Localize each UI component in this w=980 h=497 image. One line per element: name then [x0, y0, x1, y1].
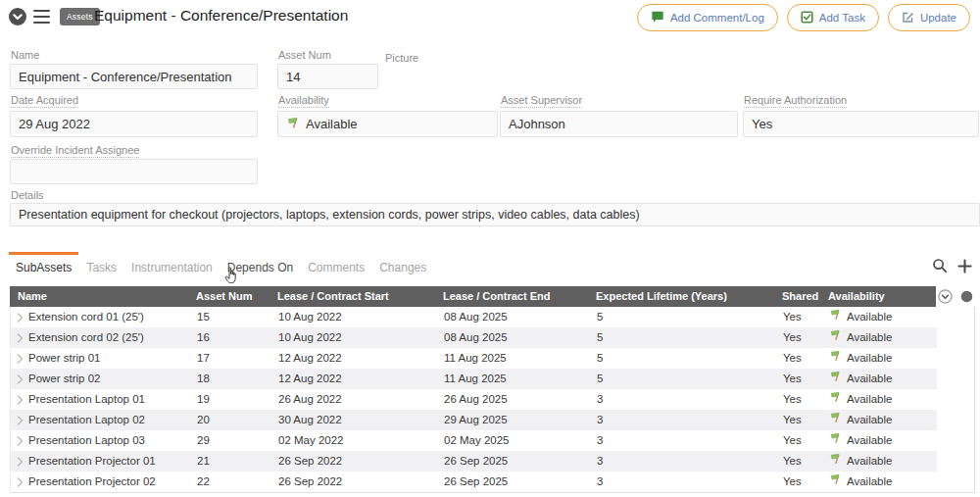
row-expand-icon[interactable] [11, 327, 28, 348]
flag-icon [829, 472, 841, 492]
asset-supervisor-label: Asset Supervisor [501, 94, 582, 108]
cell-asset-num: 22 [197, 472, 278, 492]
flag-icon [829, 389, 841, 410]
dot-icon[interactable] [960, 290, 973, 303]
cell-lifetime: 3 [597, 430, 783, 451]
tab-depends-on[interactable]: Depends On [225, 261, 295, 274]
row-expand-icon[interactable] [11, 348, 28, 369]
row-expand-icon[interactable] [11, 369, 28, 389]
details-label: Details [11, 189, 44, 201]
asset-num-field[interactable]: 14 [277, 64, 378, 89]
column-header-availability[interactable]: Availability [828, 286, 936, 307]
cell-name: Presentation Laptop 03 [28, 430, 197, 451]
cell-availability: Available [829, 369, 937, 389]
table-row[interactable]: Power strip 02 18 12 Aug 2022 11 Aug 202… [11, 369, 937, 389]
table-row[interactable]: Extension cord 02 (25') 16 10 Aug 2022 0… [11, 327, 937, 348]
flag-icon [829, 410, 841, 430]
cell-asset-num: 17 [197, 348, 278, 369]
asset-supervisor-field[interactable]: AJohnson [500, 111, 738, 137]
details-field[interactable]: Presentation equipment for checkout (pro… [10, 203, 980, 226]
cell-name: Presentation Laptop 01 [28, 389, 197, 410]
require-authorization-label: Require Authorization [744, 94, 847, 108]
cell-availability: Available [829, 410, 937, 430]
tab-changes[interactable]: Changes [377, 261, 428, 274]
table-bottom-border [10, 492, 975, 493]
menu-icon[interactable] [33, 10, 50, 24]
availability-text: Available [847, 327, 892, 348]
column-header-name[interactable]: Name [10, 286, 196, 307]
availability-text: Available [847, 451, 892, 472]
row-expand-icon[interactable] [11, 451, 28, 472]
button-label: Update [920, 12, 956, 24]
table-row[interactable]: Extension cord 01 (25') 15 10 Aug 2022 0… [11, 307, 937, 327]
name-value: Equipment - Conference/Presentation [19, 70, 232, 84]
tab-label: Instrumentation [131, 261, 213, 274]
tab-label: Changes [379, 261, 426, 274]
table-row[interactable]: Power strip 01 17 12 Aug 2022 11 Aug 202… [11, 348, 937, 369]
cell-asset-num: 20 [197, 410, 278, 430]
tab-label: SubAssets [16, 261, 72, 274]
update-button[interactable]: Update [888, 4, 970, 31]
row-expand-icon[interactable] [11, 472, 28, 492]
cell-name: Presentation Laptop 02 [28, 410, 197, 430]
table-row[interactable]: Presentation Laptop 01 19 26 Aug 2022 26… [11, 389, 937, 410]
add-task-button[interactable]: Add Task [787, 4, 879, 31]
collapse-rows-icon[interactable] [938, 289, 953, 304]
availability-label: Availability [278, 94, 329, 108]
flag-icon [286, 117, 299, 132]
cell-lease-start: 10 Aug 2022 [278, 327, 444, 348]
cell-lifetime: 5 [597, 348, 783, 369]
cell-shared: Yes [783, 430, 829, 451]
column-header-lifetime[interactable]: Expected Lifetime (Years) [596, 286, 782, 307]
cell-name: Power strip 01 [28, 348, 197, 369]
cell-lifetime: 3 [597, 451, 783, 472]
availability-text: Available [847, 348, 892, 369]
availability-field[interactable]: Available [277, 111, 498, 137]
edit-icon [902, 11, 914, 25]
column-header-asset-num[interactable]: Asset Num [196, 286, 277, 307]
cell-lease-start: 02 May 2022 [278, 430, 444, 451]
table-body: Extension cord 01 (25') 15 10 Aug 2022 0… [10, 307, 937, 492]
cell-availability: Available [829, 430, 937, 451]
add-icon[interactable] [957, 259, 972, 273]
name-field[interactable]: Equipment - Conference/Presentation [10, 64, 258, 89]
grid-tools [938, 289, 973, 304]
date-acquired-value: 29 Aug 2022 [19, 117, 90, 131]
tab-instrumentation[interactable]: Instrumentation [129, 261, 215, 274]
cell-lifetime: 5 [597, 327, 783, 348]
date-acquired-field[interactable]: 29 Aug 2022 [10, 111, 258, 137]
collapse-circle-icon[interactable] [9, 8, 26, 25]
flag-icon [829, 430, 841, 451]
table-row[interactable]: Presentation Laptop 02 20 30 Aug 2022 29… [11, 410, 937, 430]
cell-lease-start: 26 Aug 2022 [278, 389, 444, 410]
cell-lifetime: 5 [597, 307, 783, 327]
row-expand-icon[interactable] [11, 410, 28, 430]
availability-text: Available [847, 307, 892, 327]
column-header-shared[interactable]: Shared [782, 286, 828, 307]
comment-icon [651, 11, 664, 25]
column-header-lease-start[interactable]: Lease / Contract Start [277, 286, 443, 307]
search-icon[interactable] [932, 258, 948, 273]
cell-lease-end: 08 Aug 2025 [444, 327, 597, 348]
availability-text: Available [847, 410, 892, 430]
table-row[interactable]: Presentation Projector 01 21 26 Sep 2022… [11, 451, 937, 472]
cell-lifetime: 5 [597, 369, 783, 389]
add-comment-log-button[interactable]: Add Comment/Log [637, 4, 778, 31]
require-authorization-field[interactable]: Yes [743, 111, 979, 137]
cell-shared: Yes [783, 451, 829, 472]
tab-tasks[interactable]: Tasks [84, 261, 119, 274]
table-row[interactable]: Presentation Projector 02 22 26 Sep 2022… [11, 472, 937, 492]
cell-name: Presentation Projector 02 [28, 472, 197, 492]
table-row[interactable]: Presentation Laptop 03 29 02 May 2022 02… [11, 430, 937, 451]
override-incident-assignee-field[interactable] [10, 159, 258, 184]
row-expand-icon[interactable] [11, 430, 28, 451]
table-right-border [974, 307, 975, 493]
cell-availability: Available [829, 348, 937, 369]
picture-label: Picture [385, 52, 418, 64]
cell-lease-start: 12 Aug 2022 [278, 369, 444, 389]
tab-comments[interactable]: Comments [306, 261, 367, 274]
column-header-lease-end[interactable]: Lease / Contract End [443, 286, 596, 307]
row-expand-icon[interactable] [11, 389, 28, 410]
row-expand-icon[interactable] [11, 307, 28, 327]
tab-subassets[interactable]: SubAssets [14, 261, 74, 274]
